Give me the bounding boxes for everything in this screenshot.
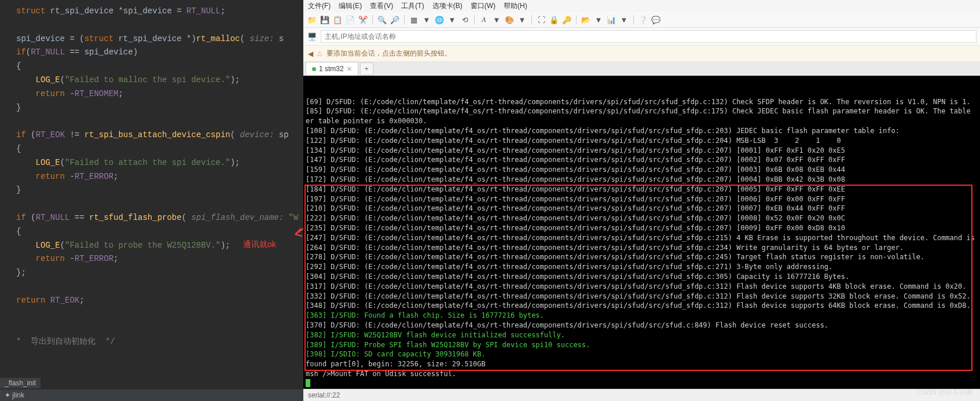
separator xyxy=(633,15,634,24)
toolbar: 📁💾📋📄✂️🔍🔎▦▼🌐▼⟲𝐴▼🎨▼⛶🔒🔑📂▼📊▼❔💬 xyxy=(303,12,980,28)
toolbar-icon[interactable]: ▼ xyxy=(421,14,432,25)
hint-text: 要添加当前会话，点击左侧的箭头按钮。 xyxy=(326,49,452,58)
separator xyxy=(576,15,577,24)
toolbar-icon[interactable]: 🔎 xyxy=(390,14,400,25)
separator xyxy=(404,15,405,24)
close-icon[interactable]: ✕ xyxy=(347,65,352,73)
tab-stm32[interactable]: 1 stm32 ✕ xyxy=(306,62,358,75)
tab-add-button[interactable]: + xyxy=(360,62,373,75)
toolbar-icon[interactable]: ▼ xyxy=(619,14,629,25)
editor-bottom-tab[interactable]: _flash_init xyxy=(0,378,41,388)
terminal-output[interactable]: [69] D/SFUD: (E:/code/clion/template/f4_… xyxy=(303,76,980,389)
toolbar-icon[interactable]: 📂 xyxy=(581,14,591,25)
tab-strip: 1 stm32 ✕ + xyxy=(303,62,980,76)
code-editor-pane: struct rt_spi_device *spi_device = RT_NU… xyxy=(0,0,303,401)
session-icon: 🖥️ xyxy=(307,31,317,42)
separator xyxy=(372,15,373,24)
toolbar-icon[interactable]: 🌐 xyxy=(434,14,445,25)
warning-icon: ⚠ xyxy=(317,50,323,58)
toolbar-icon[interactable]: 📋 xyxy=(332,14,343,25)
arrow-left-icon[interactable]: ◀ xyxy=(308,50,313,58)
toolbar-icon[interactable]: 🔑 xyxy=(561,14,572,25)
status-bar: serial://:22 xyxy=(303,389,980,401)
toolbar-icon[interactable]: 📄 xyxy=(345,14,355,25)
toolbar-icon[interactable]: 💬 xyxy=(651,14,661,25)
menu-item[interactable]: 帮助(H) xyxy=(504,1,527,11)
separator xyxy=(474,15,475,24)
toolbar-icon[interactable]: 📊 xyxy=(606,14,616,25)
toolbar-icon[interactable]: ▼ xyxy=(491,14,502,25)
toolbar-icon[interactable]: 📁 xyxy=(307,14,317,25)
menu-item[interactable]: 编辑(E) xyxy=(339,1,362,11)
toolbar-icon[interactable]: ❔ xyxy=(638,14,648,25)
toolbar-icon[interactable]: 🔍 xyxy=(377,14,387,25)
address-bar: 🖥️ xyxy=(303,28,980,46)
hint-bar: ◀ ⚠ 要添加当前会话，点击左侧的箭头按钮。 xyxy=(303,46,980,62)
toolbar-icon[interactable]: ▦ xyxy=(409,14,419,25)
menu-item[interactable]: 文件(F) xyxy=(308,1,331,11)
annotation-text: 通讯就ok xyxy=(243,240,276,250)
editor-status[interactable]: ✦ jlink xyxy=(0,389,303,401)
toolbar-icon[interactable]: ⟲ xyxy=(460,14,470,25)
menu-item[interactable]: 查看(V) xyxy=(370,1,393,11)
status-dot-icon xyxy=(312,67,316,71)
toolbar-icon[interactable]: ⛶ xyxy=(536,14,546,25)
separator xyxy=(531,15,532,24)
menu-item[interactable]: 选项卡(B) xyxy=(432,1,463,11)
toolbar-icon[interactable]: ▼ xyxy=(447,14,457,25)
toolbar-icon[interactable]: 🔒 xyxy=(549,14,559,25)
code-area[interactable]: struct rt_spi_device *spi_device = RT_NU… xyxy=(0,0,303,349)
address-input[interactable] xyxy=(321,30,977,43)
menu-item[interactable]: 工具(T) xyxy=(401,1,424,11)
watermark: CSDN @诗不诉卿 xyxy=(916,388,973,398)
menu-item[interactable]: 窗口(W) xyxy=(471,1,495,11)
menubar: 文件(F)编辑(E)查看(V)工具(T)选项卡(B)窗口(W)帮助(H) xyxy=(303,0,980,12)
toolbar-icon[interactable]: ▼ xyxy=(593,14,604,25)
toolbar-icon[interactable]: ▼ xyxy=(517,14,527,25)
tab-label: 1 stm32 xyxy=(319,65,344,73)
toolbar-icon[interactable]: 𝐴 xyxy=(479,14,489,25)
toolbar-icon[interactable]: 💾 xyxy=(320,14,330,25)
toolbar-icon[interactable]: 🎨 xyxy=(504,14,515,25)
toolbar-icon[interactable]: ✂️ xyxy=(358,14,368,25)
terminal-app-pane: 文件(F)编辑(E)查看(V)工具(T)选项卡(B)窗口(W)帮助(H) 📁💾📋… xyxy=(303,0,980,401)
